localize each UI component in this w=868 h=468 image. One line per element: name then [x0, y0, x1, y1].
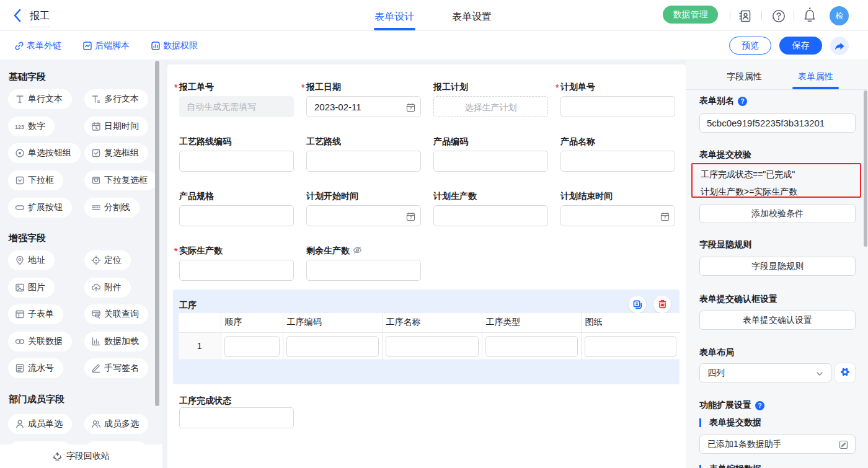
- svg-text:7: 7: [664, 216, 666, 220]
- svg-text:123: 123: [15, 123, 24, 130]
- svg-text:?: ?: [758, 402, 761, 409]
- svg-text:7: 7: [410, 216, 412, 220]
- svg-text:?: ?: [740, 98, 744, 105]
- svg-text:7: 7: [410, 107, 412, 111]
